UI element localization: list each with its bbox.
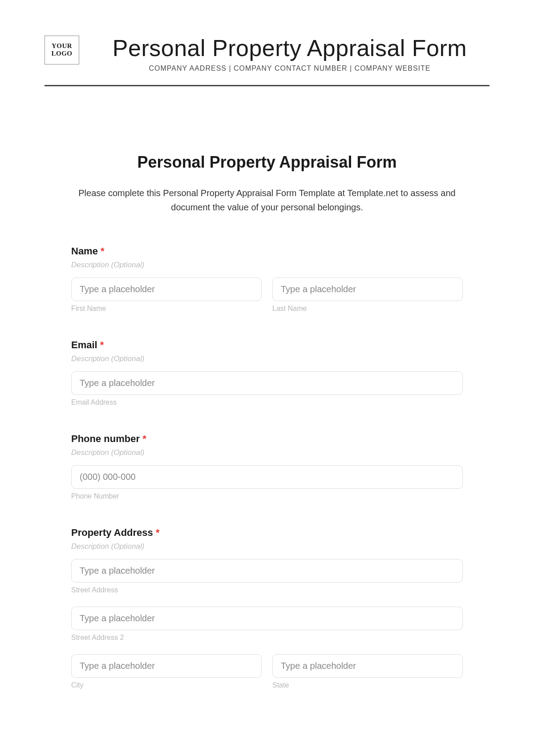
logo-placeholder: YOUR LOGO (44, 36, 79, 64)
name-label-text: Name (71, 245, 98, 257)
street-address-sublabel: Street Address (71, 586, 463, 594)
section-property-address: Property Address * Description (Optional… (71, 527, 463, 689)
state-sublabel: State (272, 681, 463, 689)
phone-sublabel: Phone Number (71, 492, 463, 500)
section-phone: Phone number * Description (Optional) Ph… (71, 433, 463, 500)
first-name-input[interactable] (71, 277, 262, 301)
logo-line-2: LOGO (49, 50, 74, 57)
section-email: Email * Description (Optional) Email Add… (71, 339, 463, 406)
required-mark: * (142, 433, 146, 444)
address-label: Property Address * (71, 527, 463, 539)
email-input[interactable] (71, 371, 463, 395)
last-name-sublabel: Last Name (272, 305, 463, 313)
form-intro: Please complete this Personal Property A… (71, 186, 463, 214)
section-name: Name * Description (Optional) First Name… (71, 245, 463, 313)
street-address-2-input[interactable] (71, 607, 463, 630)
name-description: Description (Optional) (71, 261, 463, 269)
street-address-input[interactable] (71, 559, 463, 583)
form-container: Personal Property Appraisal Form Please … (62, 153, 472, 689)
email-label: Email * (71, 339, 463, 351)
name-label: Name * (71, 245, 463, 257)
phone-input[interactable] (71, 465, 463, 489)
phone-description: Description (Optional) (71, 448, 463, 457)
last-name-input[interactable] (272, 277, 463, 301)
header-divider (44, 85, 490, 86)
state-input[interactable] (272, 654, 463, 678)
phone-label: Phone number * (71, 433, 463, 445)
email-description: Description (Optional) (71, 354, 463, 363)
city-sublabel: City (71, 681, 262, 689)
phone-label-text: Phone number (71, 433, 140, 444)
address-label-text: Property Address (71, 527, 153, 538)
address-description: Description (Optional) (71, 542, 463, 551)
logo-line-1: YOUR (49, 42, 74, 50)
required-mark: * (101, 245, 105, 257)
required-mark: * (100, 339, 104, 350)
required-mark: * (156, 527, 160, 538)
document-subtitle: COMPANY AADRESS | COMPANY CONTACT NUMBER… (90, 64, 490, 72)
form-title: Personal Property Appraisal Form (71, 153, 463, 172)
street-address-2-sublabel: Street Address 2 (71, 634, 463, 642)
city-input[interactable] (71, 654, 262, 678)
email-sublabel: Email Address (71, 398, 463, 406)
document-header: YOUR LOGO Personal Property Appraisal Fo… (44, 36, 490, 72)
document-title: Personal Property Appraisal Form (90, 36, 490, 61)
email-label-text: Email (71, 339, 97, 350)
first-name-sublabel: First Name (71, 305, 262, 313)
